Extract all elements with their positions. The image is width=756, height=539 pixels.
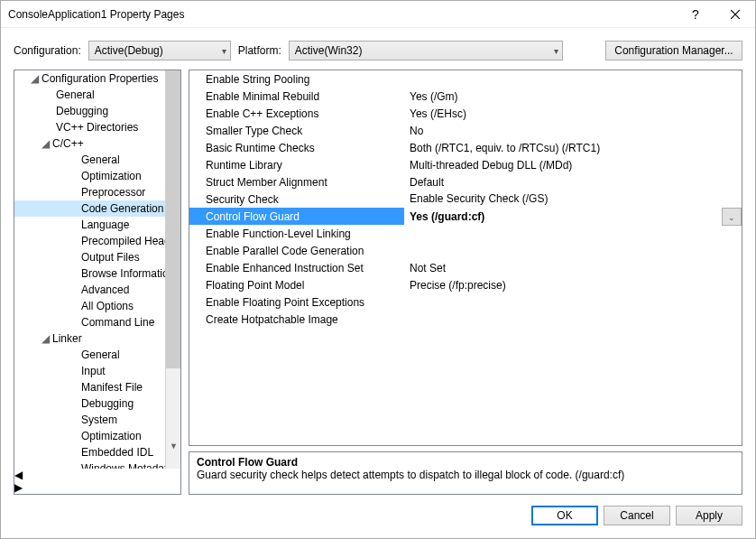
tree-item-general[interactable]: General: [14, 87, 180, 103]
grid-row[interactable]: Control Flow GuardYes (/guard:cf)⌄: [189, 208, 742, 225]
grid-prop-name: Enable String Pooling: [189, 70, 404, 88]
cancel-button[interactable]: Cancel: [604, 506, 670, 525]
grid-prop-value[interactable]: Multi-threaded Debug DLL (/MDd): [404, 156, 742, 173]
grid-row[interactable]: Security CheckEnable Security Check (/GS…: [189, 191, 742, 208]
help-button[interactable]: ?: [676, 1, 715, 28]
grid-prop-value[interactable]: Yes (/Gm): [404, 88, 742, 105]
grid-row[interactable]: Enable Function-Level Linking: [189, 225, 742, 242]
grid-prop-name: Smaller Type Check: [189, 122, 404, 139]
help-panel: Control Flow Guard Guard security check …: [189, 451, 742, 495]
grid-row[interactable]: Basic Runtime ChecksBoth (/RTC1, equiv. …: [189, 139, 742, 156]
configuration-label: Configuration:: [14, 44, 81, 57]
grid-prop-name: Runtime Library: [189, 156, 404, 173]
scroll-left-icon[interactable]: ◀: [14, 469, 180, 481]
grid-prop-name: Security Check: [189, 191, 404, 208]
grid-prop-value[interactable]: Yes (/guard:cf): [404, 208, 723, 225]
tree-item-linker-winmd[interactable]: Windows Metadata: [14, 460, 180, 469]
chevron-down-icon: ▾: [554, 46, 558, 56]
grid-prop-value[interactable]: [404, 311, 742, 328]
tree-item-linker-debugging[interactable]: Debugging: [14, 395, 180, 412]
configuration-manager-button[interactable]: Configuration Manager...: [605, 41, 742, 60]
tree-item-ccpp-optimization[interactable]: Optimization: [14, 168, 180, 184]
grid-prop-value[interactable]: [404, 70, 742, 88]
property-grid[interactable]: Enable String PoolingEnable Minimal Rebu…: [189, 70, 742, 446]
configuration-combo[interactable]: Active(Debug) ▾: [88, 41, 231, 60]
grid-prop-name: Struct Member Alignment: [189, 173, 404, 191]
tree-item-linker-embedded[interactable]: Embedded IDL: [14, 444, 180, 460]
configuration-value: Active(Debug): [95, 44, 163, 57]
platform-label: Platform:: [238, 44, 281, 57]
help-title: Control Flow Guard: [197, 456, 734, 469]
ok-button[interactable]: OK: [531, 506, 598, 525]
dialog-buttons: OK Cancel Apply: [1, 495, 755, 538]
grid-prop-name: Basic Runtime Checks: [189, 139, 404, 156]
grid-prop-name: Floating Point Model: [189, 276, 404, 293]
tree-item-ccpp-allopt[interactable]: All Options: [14, 298, 180, 314]
grid-row[interactable]: Create Hotpatchable Image: [189, 311, 742, 328]
scroll-right-icon[interactable]: ▶: [14, 481, 180, 494]
grid-prop-value[interactable]: [404, 225, 742, 242]
tree-item-config-props[interactable]: ◢Configuration Properties: [14, 70, 180, 87]
grid-prop-name: Enable Minimal Rebuild: [189, 88, 404, 105]
tree-item-ccpp-output[interactable]: Output Files: [14, 249, 180, 265]
tree-item-linker-input[interactable]: Input: [14, 363, 180, 379]
grid-prop-name: Enable Floating Point Exceptions: [189, 293, 404, 311]
grid-row[interactable]: Enable String Pooling: [189, 70, 742, 88]
chevron-down-icon: ▾: [222, 46, 226, 56]
tree-item-debugging[interactable]: Debugging: [14, 103, 180, 119]
grid-prop-value[interactable]: Not Set: [404, 259, 742, 276]
tree-horizontal-scrollbar[interactable]: ◀ ▶: [14, 469, 180, 494]
tree-item-linker-general[interactable]: General: [14, 347, 180, 363]
titlebar: ConsoleApplication1 Property Pages ?: [1, 1, 755, 28]
tree-item-ccpp-cmdline[interactable]: Command Line: [14, 314, 180, 330]
tree-item-linker-system[interactable]: System: [14, 412, 180, 428]
scroll-down-icon[interactable]: ▼: [167, 438, 180, 453]
tree-item-ccpp-advanced[interactable]: Advanced: [14, 282, 180, 298]
grid-prop-value[interactable]: [404, 242, 742, 259]
grid-prop-name: Enable Parallel Code Generation: [189, 242, 404, 259]
tree-vertical-thumb[interactable]: [165, 70, 180, 368]
chevron-down-icon: ⌄: [728, 213, 735, 222]
grid-row[interactable]: Floating Point ModelPrecise (/fp:precise…: [189, 276, 742, 293]
grid-prop-value[interactable]: Yes (/EHsc): [404, 105, 742, 122]
apply-button[interactable]: Apply: [676, 506, 742, 525]
tree-vertical-scrollbar[interactable]: ▲ ▼: [165, 70, 180, 469]
grid-row[interactable]: Enable C++ ExceptionsYes (/EHsc): [189, 105, 742, 122]
tree-item-ccpp-codegen[interactable]: Code Generation: [14, 200, 180, 217]
grid-prop-name: Enable Function-Level Linking: [189, 225, 404, 242]
tree-item-ccpp-language[interactable]: Language: [14, 217, 180, 233]
tree-item-linker-optimization[interactable]: Optimization: [14, 428, 180, 444]
grid-row[interactable]: Enable Enhanced Instruction SetNot Set: [189, 259, 742, 276]
help-body: Guard security check helps detect attemp…: [197, 469, 734, 481]
tree-item-ccpp[interactable]: ◢C/C++: [14, 135, 180, 152]
grid-prop-value[interactable]: [404, 293, 742, 311]
grid-prop-name: Enable Enhanced Instruction Set: [189, 259, 404, 276]
tree-item-linker[interactable]: ◢Linker: [14, 330, 180, 347]
close-button[interactable]: [715, 1, 755, 28]
tree-item-ccpp-preprocessor[interactable]: Preprocessor: [14, 184, 180, 200]
grid-row[interactable]: Enable Minimal RebuildYes (/Gm): [189, 88, 742, 105]
grid-row[interactable]: Struct Member AlignmentDefault: [189, 173, 742, 191]
tree-item-vcdirs[interactable]: VC++ Directories: [14, 119, 180, 135]
platform-combo[interactable]: Active(Win32) ▾: [289, 41, 563, 60]
grid-prop-value[interactable]: Default: [404, 173, 742, 191]
grid-prop-value[interactable]: No: [404, 122, 742, 139]
tree-item-ccpp-general[interactable]: General: [14, 152, 180, 168]
grid-prop-value[interactable]: Enable Security Check (/GS): [404, 191, 742, 208]
config-row: Configuration: Active(Debug) ▾ Platform:…: [1, 28, 755, 70]
property-tree[interactable]: ◢Configuration Properties General Debugg…: [14, 70, 180, 469]
grid-row[interactable]: Runtime LibraryMulti-threaded Debug DLL …: [189, 156, 742, 173]
tree-panel: ◢Configuration Properties General Debugg…: [14, 70, 181, 495]
grid-prop-name: Control Flow Guard: [189, 208, 404, 225]
grid-row[interactable]: Enable Parallel Code Generation: [189, 242, 742, 259]
grid-row[interactable]: Smaller Type CheckNo: [189, 122, 742, 139]
grid-row[interactable]: Enable Floating Point Exceptions: [189, 293, 742, 311]
tree-item-ccpp-pch[interactable]: Precompiled Headers: [14, 233, 180, 249]
tree-item-linker-manifest[interactable]: Manifest File: [14, 379, 180, 395]
grid-prop-name: Create Hotpatchable Image: [189, 311, 404, 328]
close-icon: [731, 10, 740, 19]
grid-prop-value[interactable]: Both (/RTC1, equiv. to /RTCsu) (/RTC1): [404, 139, 742, 156]
grid-prop-value[interactable]: Precise (/fp:precise): [404, 276, 742, 293]
tree-item-ccpp-browse[interactable]: Browse Information: [14, 265, 180, 282]
dropdown-button[interactable]: ⌄: [723, 208, 742, 225]
